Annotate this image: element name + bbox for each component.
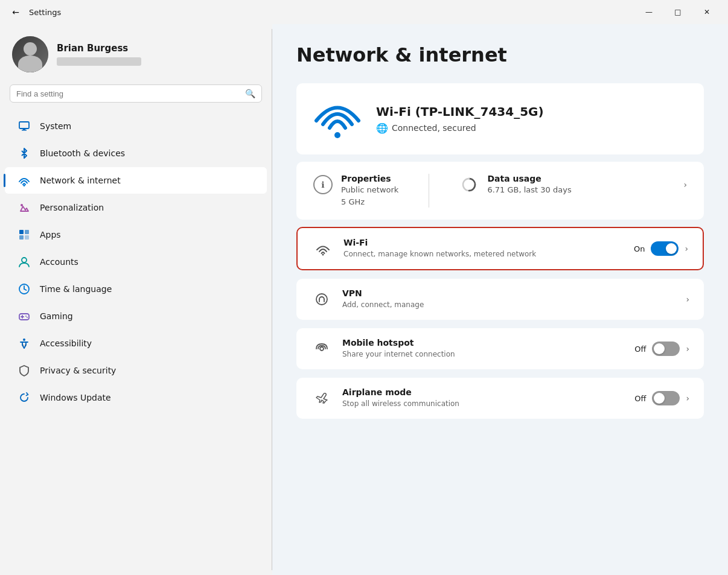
wifi-hero-info: Wi-Fi (TP-LINK_7434_5G) 🌐 Connected, sec…: [376, 104, 544, 134]
time-icon: [17, 282, 31, 296]
sidebar-item-accounts[interactable]: Accounts: [5, 249, 267, 275]
setting-row-wifi[interactable]: Wi-Fi Connect, manage known networks, me…: [298, 228, 703, 269]
svg-point-19: [334, 132, 340, 138]
toggle-label-hotspot: Off: [634, 345, 646, 354]
properties-item[interactable]: ℹ Properties Public network 5 GHz: [313, 174, 398, 208]
setting-text-wifi: Wi-Fi Connect, manage known networks, me…: [343, 238, 624, 259]
main-content: Network & internet Wi-Fi (TP-LINK_7434_5…: [272, 24, 728, 575]
apps-icon: [17, 227, 31, 242]
setting-row-airplane[interactable]: Airplane mode Stop all wireless communic…: [296, 378, 704, 419]
setting-title-airplane: Airplane mode: [342, 387, 625, 397]
data-usage-label: Data usage: [487, 174, 571, 183]
page-title: Network & internet: [296, 43, 704, 66]
sidebar-item-accessibility[interactable]: Accessibility: [5, 330, 267, 357]
accounts-icon: [17, 255, 31, 269]
data-usage-icon: [459, 175, 479, 194]
wifi-status-text: Connected, secured: [392, 123, 476, 133]
svg-point-4: [21, 204, 23, 206]
sidebar-item-time[interactable]: Time & language: [5, 276, 267, 302]
sidebar-label-bluetooth: Bluetooth & devices: [40, 148, 125, 158]
user-profile: Brian Burgess: [0, 29, 272, 84]
chevron-hotspot: ›: [686, 344, 689, 354]
sidebar-label-personalization: Personalization: [40, 203, 104, 212]
svg-rect-8: [25, 235, 29, 240]
setting-desc-hotspot: Share your internet connection: [342, 349, 625, 360]
maximize-button[interactable]: □: [664, 2, 692, 22]
setting-title-hotspot: Mobile hotspot: [342, 338, 625, 348]
setting-card-hotspot: Mobile hotspot Share your internet conne…: [296, 328, 704, 369]
properties-row: ℹ Properties Public network 5 GHz: [296, 162, 704, 220]
toggle-wifi[interactable]: [651, 241, 679, 256]
wifi-status: 🌐 Connected, secured: [376, 122, 544, 134]
sidebar-item-network[interactable]: Network & internet: [5, 167, 267, 194]
wifi-setting-icon: [312, 238, 334, 259]
setting-controls-vpn: ›: [686, 294, 689, 304]
close-button[interactable]: ✕: [693, 2, 721, 22]
personalization-icon: [17, 200, 31, 215]
setting-controls-wifi: On ›: [634, 241, 688, 256]
svg-point-16: [25, 316, 27, 317]
sidebar-item-gaming[interactable]: Gaming: [5, 303, 267, 329]
setting-desc-vpn: Add, connect, manage: [342, 300, 676, 310]
setting-row-vpn[interactable]: VPN Add, connect, manage ›: [296, 279, 704, 320]
svg-rect-2: [23, 129, 25, 130]
setting-card-airplane: Airplane mode Stop all wireless communic…: [296, 378, 704, 419]
svg-point-18: [23, 338, 25, 341]
sidebar: Brian Burgess 🔍 System Bluetooth & devic…: [0, 24, 272, 575]
avatar-image: [12, 36, 48, 72]
toggle-airplane[interactable]: [652, 391, 680, 405]
sidebar-item-system[interactable]: System: [5, 113, 267, 139]
search-box[interactable]: 🔍: [10, 84, 262, 103]
wifi-hero-card: Wi-Fi (TP-LINK_7434_5G) 🌐 Connected, sec…: [296, 83, 704, 154]
properties-text: Properties Public network 5 GHz: [341, 174, 398, 208]
accessibility-icon: [17, 336, 31, 351]
setting-card-wifi: Wi-Fi Connect, manage known networks, me…: [296, 227, 704, 270]
wifi-network-name: Wi-Fi (TP-LINK_7434_5G): [376, 104, 544, 119]
chevron-airplane: ›: [686, 393, 689, 403]
sidebar-label-time: Time & language: [40, 284, 112, 294]
svg-rect-7: [19, 235, 24, 240]
update-icon: [17, 390, 31, 405]
back-button[interactable]: ←: [7, 4, 24, 21]
toggle-thumb-wifi: [666, 243, 677, 254]
gaming-icon: [17, 309, 31, 323]
setting-text-vpn: VPN Add, connect, manage: [342, 288, 676, 310]
search-input[interactable]: [16, 89, 240, 98]
system-icon: [17, 119, 31, 133]
toggle-label-airplane: Off: [634, 394, 646, 403]
sidebar-label-apps: Apps: [40, 230, 61, 240]
sidebar-item-privacy[interactable]: Privacy & security: [5, 357, 267, 384]
toggle-label-wifi: On: [634, 244, 645, 253]
sidebar-label-network: Network & internet: [40, 176, 121, 185]
svg-point-21: [316, 294, 327, 305]
data-usage-item[interactable]: Data usage 6.71 GB, last 30 days ›: [459, 174, 687, 195]
setting-desc-wifi: Connect, manage known networks, metered …: [343, 249, 624, 259]
sidebar-label-gaming: Gaming: [40, 311, 73, 321]
toggle-hotspot[interactable]: [652, 342, 680, 356]
titlebar-controls: — □ ✕: [635, 2, 721, 22]
user-info: Brian Burgess: [57, 43, 141, 66]
sidebar-item-update[interactable]: Windows Update: [5, 384, 267, 411]
sidebar-label-accounts: Accounts: [40, 257, 78, 267]
network-icon: [17, 173, 31, 188]
settings-list: Wi-Fi Connect, manage known networks, me…: [296, 227, 704, 427]
setting-text-airplane: Airplane mode Stop all wireless communic…: [342, 387, 625, 409]
titlebar: ← Settings — □ ✕: [0, 0, 728, 24]
toggle-thumb-hotspot: [654, 343, 665, 354]
setting-text-hotspot: Mobile hotspot Share your internet conne…: [342, 338, 625, 360]
minimize-button[interactable]: —: [635, 2, 663, 22]
sidebar-label-privacy: Privacy & security: [40, 366, 116, 375]
sidebar-label-update: Windows Update: [40, 393, 111, 402]
properties-label: Properties: [341, 174, 398, 183]
svg-rect-5: [19, 230, 24, 234]
sidebar-item-personalization[interactable]: Personalization: [5, 194, 267, 221]
titlebar-title: Settings: [29, 8, 61, 17]
sidebar-item-apps[interactable]: Apps: [5, 221, 267, 248]
setting-row-hotspot[interactable]: Mobile hotspot Share your internet conne…: [296, 328, 704, 369]
svg-point-20: [322, 254, 324, 256]
svg-point-24: [320, 347, 324, 351]
sidebar-item-bluetooth[interactable]: Bluetooth & devices: [5, 140, 267, 167]
properties-frequency: 5 GHz: [341, 197, 398, 208]
data-usage-text: Data usage 6.71 GB, last 30 days: [487, 174, 571, 195]
svg-point-17: [27, 317, 28, 318]
